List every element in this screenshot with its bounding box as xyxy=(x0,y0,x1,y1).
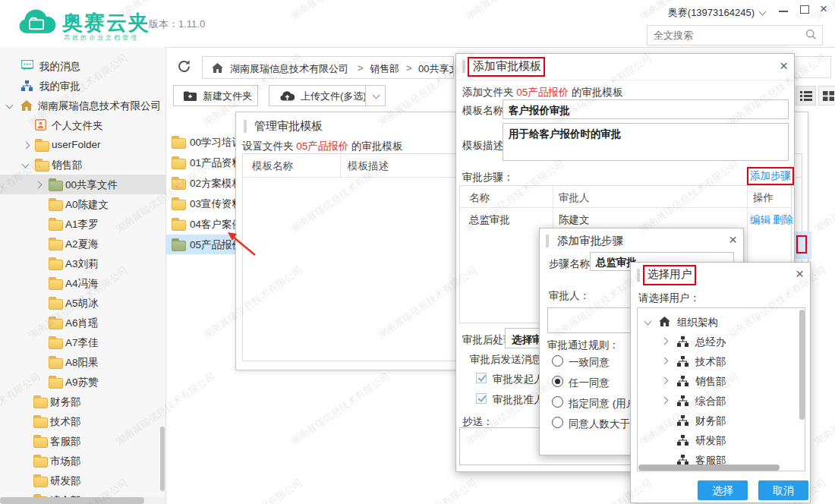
template-desc-textarea[interactable]: 用于给客户报价时的审批 xyxy=(503,123,789,161)
sidebar-item-label: A3刘莉 xyxy=(65,257,99,271)
sidebar-item-label: 财务部 xyxy=(50,395,81,409)
tree-item-tech-dept[interactable]: 技术部 xyxy=(638,352,805,372)
expanded-chevron-icon[interactable] xyxy=(644,318,652,326)
sidebar-item-a2[interactable]: A2夏海 xyxy=(0,234,165,254)
sidebar-item-market-dept[interactable]: 市场部 xyxy=(0,451,165,471)
sidebar-item-sales-dept[interactable]: 销售部 xyxy=(0,155,165,175)
close-icon[interactable]: × xyxy=(796,266,804,281)
grid-view-button[interactable] xyxy=(818,86,835,106)
breadcrumb-item-dept[interactable]: 销售部 xyxy=(370,62,399,76)
cancel-button[interactable]: 取消 xyxy=(758,480,808,500)
collapsed-chevron-icon[interactable] xyxy=(23,142,30,150)
title-divider xyxy=(456,80,794,80)
sidebar-item-tech-dept[interactable]: 技术部 xyxy=(0,411,165,431)
rule-radio-unanimous[interactable] xyxy=(552,355,563,367)
breadcrumb-item-company[interactable]: 湖南展瑞信息技术有限公司 xyxy=(230,62,348,76)
expanded-chevron-icon[interactable] xyxy=(22,161,30,169)
collapsed-chevron-icon[interactable] xyxy=(661,338,669,345)
search-icon[interactable] xyxy=(805,29,817,40)
expanded-chevron-icon[interactable] xyxy=(6,102,14,109)
sidebar-item-service-dept[interactable]: 客服部 xyxy=(0,431,165,451)
sidebar-item-a7[interactable]: A7李佳 xyxy=(0,332,165,352)
rule-radio-designated[interactable] xyxy=(552,396,563,408)
sidebar-item-a0[interactable]: A0陈建文 xyxy=(0,194,165,214)
panel-subtitle: 设置文件夹 05产品报价 的审批模板 xyxy=(242,140,403,153)
sidebar-item-a6[interactable]: A6肖瑶 xyxy=(0,313,165,332)
tree-item-gm-office[interactable]: 总经办 xyxy=(638,332,805,352)
tree-vscroll-thumb[interactable] xyxy=(799,310,805,420)
sidebar-item-company-root[interactable]: 湖南展瑞信息技术有限公司 xyxy=(0,96,165,115)
sidebar-item-a4[interactable]: A4冯海 xyxy=(0,273,165,293)
initiator-checkbox[interactable] xyxy=(476,373,487,383)
file-row-solution-templates[interactable]: 02方案模板 xyxy=(165,173,238,193)
file-name: 00学习培训 xyxy=(190,136,242,150)
edit-link[interactable]: 编辑 xyxy=(750,213,770,227)
close-window-button[interactable]: × xyxy=(820,2,827,17)
sidebar-item-rd-dept[interactable]: 研发部 xyxy=(0,471,165,490)
collapsed-chevron-icon[interactable] xyxy=(661,358,669,365)
cancel-button-label: 取消 xyxy=(773,484,794,496)
sidebar-item-a1[interactable]: A1李罗 xyxy=(0,214,165,234)
file-row-promo-materials[interactable]: 03宣传资料 xyxy=(165,194,238,213)
tree-item-finance-dept[interactable]: 财务部 xyxy=(638,411,805,431)
sidebar-item-personal-folder[interactable]: 个人文件夹 xyxy=(0,115,165,135)
add-template-highlight xyxy=(796,235,807,254)
select-button[interactable]: 选择 xyxy=(698,480,748,500)
sidebar-item-a9[interactable]: A9苏赞 xyxy=(0,372,165,392)
collapsed-chevron-icon[interactable] xyxy=(661,397,669,405)
maximize-button[interactable] xyxy=(800,5,809,14)
account-menu[interactable]: 奥赛(13973164245) xyxy=(668,6,755,20)
account-chevron-icon[interactable] xyxy=(759,8,767,16)
breadcrumb-item-folder[interactable]: 00共享文件 xyxy=(418,62,454,76)
new-folder-button[interactable]: 新建文件夹 xyxy=(173,85,258,106)
column-divider xyxy=(340,154,341,177)
sidebar-hscroll-thumb[interactable] xyxy=(0,497,144,504)
delete-link[interactable]: 删除 xyxy=(773,213,793,227)
sidebar-item-shared-files[interactable]: 00共享文件 xyxy=(0,175,165,194)
folder-icon xyxy=(33,457,48,468)
folder-icon xyxy=(49,220,63,231)
sidebar-item-my-approvals[interactable]: 我的审批 xyxy=(0,76,165,96)
global-search-box[interactable] xyxy=(647,25,823,46)
sidebar-vscroll-thumb[interactable] xyxy=(160,427,165,491)
collapsed-chevron-icon[interactable] xyxy=(35,181,43,189)
sidebar-item-my-messages[interactable]: 我的消息 xyxy=(0,56,165,76)
close-icon[interactable]: × xyxy=(729,232,737,247)
rule-radio-count[interactable] xyxy=(552,417,563,428)
tree-item-general-dept[interactable]: 综合部 xyxy=(638,392,805,411)
breadcrumb-home-icon[interactable] xyxy=(212,63,223,73)
tree-item-label: 综合部 xyxy=(695,395,726,408)
template-name-input[interactable]: 客户报价审批 xyxy=(503,99,789,119)
sidebar-item-a3[interactable]: A3刘莉 xyxy=(0,254,165,273)
file-search-box[interactable] xyxy=(790,56,831,78)
approver-checkbox[interactable] xyxy=(476,393,487,404)
sidebar-item-a5[interactable]: A5胡冰 xyxy=(0,293,165,313)
sidebar-item-finance-dept[interactable]: 财务部 xyxy=(0,392,165,411)
list-view-button[interactable] xyxy=(796,86,816,106)
refresh-icon[interactable] xyxy=(176,58,192,74)
tree-item-sales-dept[interactable]: 销售部 xyxy=(638,372,805,392)
minimize-button[interactable] xyxy=(779,11,788,12)
add-step-link[interactable]: 添加步骤 xyxy=(750,169,791,183)
file-row-training[interactable]: 00学习培训 xyxy=(165,132,238,152)
tree-item-org-root[interactable]: 组织架构 xyxy=(638,313,805,332)
dialog-title-mark xyxy=(637,269,640,282)
tree-item-rd-dept[interactable]: 研发部 xyxy=(638,431,805,451)
home-icon xyxy=(659,317,670,326)
person-folder-icon xyxy=(35,119,46,131)
sidebar-item-userfolder[interactable]: userFolder xyxy=(0,135,165,155)
close-icon[interactable]: × xyxy=(780,58,788,73)
upload-button[interactable]: 上传文件(多选) xyxy=(269,85,366,106)
tree-item-label: 技术部 xyxy=(695,355,726,369)
global-search-input[interactable] xyxy=(652,27,799,43)
org-tree-box: 组织架构 总经办 技术部 销售部 综合部 财务部 研发部 xyxy=(637,307,805,471)
rule-radio-any[interactable] xyxy=(552,376,563,387)
sidebar-item-a8[interactable]: A8阳果 xyxy=(0,352,165,372)
folder-icon xyxy=(35,161,49,172)
file-row-product-docs[interactable]: 01产品资料 xyxy=(165,153,238,172)
upload-dropdown-button[interactable] xyxy=(365,85,386,106)
tree-hscroll-thumb[interactable] xyxy=(638,465,780,471)
subtitle-prefix: 添加文件夹 xyxy=(462,87,516,98)
subtitle-folder-name: 05产品报价 xyxy=(516,87,569,98)
collapsed-chevron-icon[interactable] xyxy=(661,377,669,385)
